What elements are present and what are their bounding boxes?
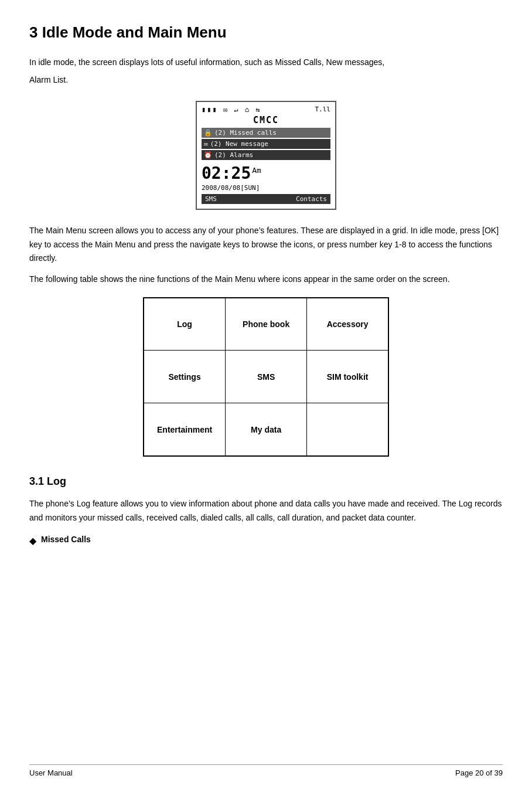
notification-alarms: ⏰(2) Alarms xyxy=(202,150,330,160)
phone-screen-image: ▮▮▮ ✉ ↵ ⌂ ⇆ T.ll CMCC 🔒(2) Missed calls … xyxy=(29,101,503,210)
phone-date: 2008/08/08[SUN] xyxy=(202,184,330,192)
description-paragraph-1: The Main Menu screen allows you to acces… xyxy=(29,224,503,266)
section-31-title: 3.1 Log xyxy=(29,475,503,488)
section-31-body: The phone’s Log feature allows you to vi… xyxy=(29,497,503,525)
notification-missed-calls: 🔒(2) Missed calls xyxy=(202,128,330,138)
bullet-missed-calls: ◆ Missed Calls xyxy=(29,535,503,546)
notification-new-message: ✉(2) New message xyxy=(202,139,330,149)
menu-cell-0-0: Log xyxy=(144,298,226,351)
intro-paragraph-2: Alarm List. xyxy=(29,73,503,86)
phone-softkeys: SMS Contacts xyxy=(202,194,330,204)
menu-table-container: LogPhone bookAccessorySettingsSMSSIM too… xyxy=(29,297,503,457)
menu-cell-1-2: SIM toolkit xyxy=(307,351,388,403)
status-icons: ▮▮▮ ✉ ↵ ⌂ ⇆ xyxy=(202,106,261,114)
carrier-name: CMCC xyxy=(202,115,330,125)
footer-right: Page 20 of 39 xyxy=(455,768,503,777)
menu-cell-0-1: Phone book xyxy=(226,298,307,351)
intro-paragraph-1: In idle mode, the screen displays lots o… xyxy=(29,56,503,69)
missed-calls-label: Missed Calls xyxy=(41,535,91,544)
description-paragraph-2: The following table shows the nine funct… xyxy=(29,273,503,287)
main-menu-table: LogPhone bookAccessorySettingsSMSSIM too… xyxy=(143,297,389,457)
menu-cell-0-2: Accessory xyxy=(307,298,388,351)
menu-cell-2-0: Entertainment xyxy=(144,403,226,456)
menu-cell-1-0: Settings xyxy=(144,351,226,403)
menu-cell-2-1: My data xyxy=(226,403,307,456)
bullet-diamond-icon: ◆ xyxy=(29,535,36,546)
footer-left: User Manual xyxy=(29,768,73,777)
page-title: 3 Idle Mode and Main Menu xyxy=(29,23,503,42)
menu-cell-1-1: SMS xyxy=(226,351,307,403)
menu-cell-2-2 xyxy=(307,403,388,456)
softkey-left: SMS xyxy=(205,195,217,203)
page-footer: User Manual Page 20 of 39 xyxy=(29,764,503,777)
signal-icon: T.ll xyxy=(315,106,331,114)
phone-time: 02:25Am xyxy=(202,164,330,183)
softkey-right: Contacts xyxy=(296,195,327,203)
